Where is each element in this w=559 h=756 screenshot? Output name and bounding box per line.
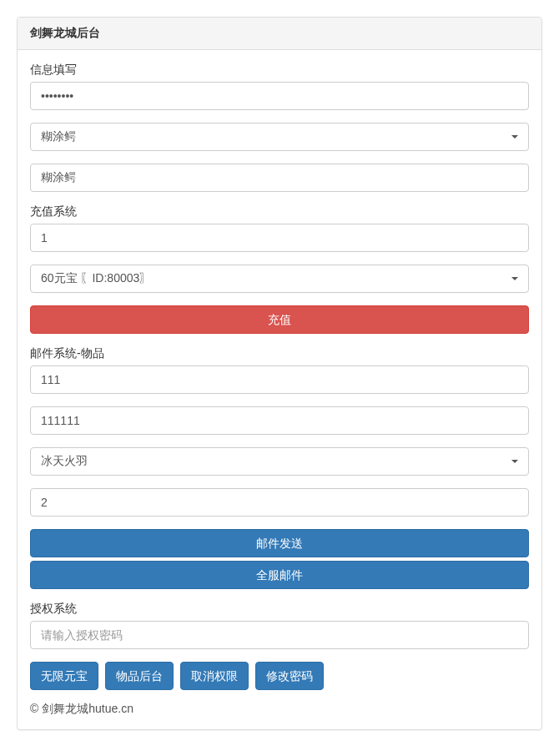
recharge-section: 充值系统 <box>30 204 529 252</box>
recharge-item-dropdown[interactable]: 60元宝 〖ID:80003〗 <box>30 265 529 293</box>
account-input[interactable] <box>30 164 529 192</box>
recharge-button-group: 充值 <box>30 305 529 334</box>
server-mail-button[interactable]: 全服邮件 <box>30 561 529 589</box>
mail-item-dropdown-label: 冰天火羽 <box>41 454 88 469</box>
character-dropdown-group: 糊涂鳄 <box>30 123 529 151</box>
bottom-button-group: 无限元宝 物品后台 取消权限 修改密码 <box>30 662 529 693</box>
account-input-group <box>30 164 529 192</box>
auth-password-input[interactable] <box>30 621 529 649</box>
recharge-item-dropdown-label: 60元宝 〖ID:80003〗 <box>41 271 151 286</box>
password-input[interactable] <box>30 82 529 110</box>
mail-label: 邮件系统-物品 <box>30 346 529 361</box>
recharge-quantity-input[interactable] <box>30 224 529 252</box>
recharge-item-dropdown-group: 60元宝 〖ID:80003〗 <box>30 265 529 293</box>
mail-field1-input[interactable] <box>30 365 529 394</box>
caret-down-icon <box>511 460 518 463</box>
panel-body: 信息填写 糊涂鳄 充值系统 60元宝 〖ID:80003〗 充值 <box>18 50 541 729</box>
info-section: 信息填写 <box>30 63 529 110</box>
change-password-button[interactable]: 修改密码 <box>255 662 324 690</box>
recharge-label: 充值系统 <box>30 204 529 219</box>
main-panel: 剑舞龙城后台 信息填写 糊涂鳄 充值系统 60元宝 〖ID:80003〗 <box>17 17 542 730</box>
mail-send-button[interactable]: 邮件发送 <box>30 529 529 557</box>
recharge-button[interactable]: 充值 <box>30 305 529 334</box>
mail-item-dropdown-group: 冰天火羽 <box>30 447 529 476</box>
auth-label: 授权系统 <box>30 602 529 617</box>
character-dropdown-label: 糊涂鳄 <box>41 129 76 144</box>
mail-field2-group <box>30 406 529 435</box>
caret-down-icon <box>511 135 518 139</box>
panel-heading: 剑舞龙城后台 <box>18 18 541 50</box>
character-dropdown[interactable]: 糊涂鳄 <box>30 123 529 151</box>
mail-field2-input[interactable] <box>30 406 529 435</box>
mail-quantity-group <box>30 488 529 517</box>
panel-title: 剑舞龙城后台 <box>30 26 529 41</box>
mail-section: 邮件系统-物品 <box>30 346 529 394</box>
item-backend-button[interactable]: 物品后台 <box>105 662 174 690</box>
mail-item-dropdown[interactable]: 冰天火羽 <box>30 447 529 476</box>
auth-section: 授权系统 <box>30 602 529 649</box>
cancel-auth-button[interactable]: 取消权限 <box>180 662 249 690</box>
mail-quantity-input[interactable] <box>30 488 529 517</box>
mail-buttons-group: 邮件发送 全服邮件 <box>30 529 529 589</box>
footer-text: © 剑舞龙城hutue.cn <box>30 702 529 717</box>
unlimited-gold-button[interactable]: 无限元宝 <box>30 662 98 690</box>
info-label: 信息填写 <box>30 63 529 78</box>
caret-down-icon <box>511 277 518 280</box>
